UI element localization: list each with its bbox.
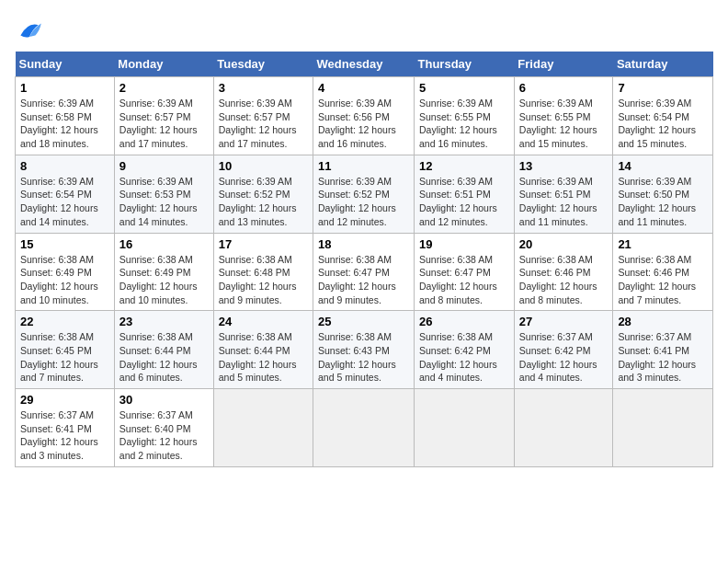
day-info: Sunrise: 6:38 AMSunset: 6:46 PMDaylight:… (618, 253, 708, 307)
day-cell: 16Sunrise: 6:38 AMSunset: 6:49 PMDayligh… (114, 233, 213, 311)
day-number: 19 (419, 237, 509, 251)
day-number: 1 (20, 81, 109, 95)
day-info: Sunrise: 6:39 AMSunset: 6:54 PMDaylight:… (20, 175, 109, 229)
day-info: Sunrise: 6:38 AMSunset: 6:45 PMDaylight:… (20, 330, 109, 385)
day-info: Sunrise: 6:39 AMSunset: 6:58 PMDaylight:… (20, 97, 109, 151)
day-header-sunday: Sunday (16, 52, 115, 77)
day-info: Sunrise: 6:39 AMSunset: 6:55 PMDaylight:… (519, 97, 609, 151)
day-number: 6 (519, 81, 609, 95)
logo (15, 15, 48, 44)
day-info: Sunrise: 6:37 AMSunset: 6:41 PMDaylight:… (20, 408, 109, 463)
day-cell: 18Sunrise: 6:38 AMSunset: 6:47 PMDayligh… (313, 233, 415, 311)
day-number: 20 (519, 237, 609, 251)
day-cell: 8Sunrise: 6:39 AMSunset: 6:54 PMDaylight… (16, 155, 115, 233)
day-number: 4 (318, 81, 409, 95)
day-cell: 27Sunrise: 6:37 AMSunset: 6:42 PMDayligh… (514, 311, 613, 389)
day-number: 24 (219, 315, 308, 328)
day-cell: 7Sunrise: 6:39 AMSunset: 6:54 PMDaylight… (613, 77, 713, 155)
day-cell: 13Sunrise: 6:39 AMSunset: 6:51 PMDayligh… (514, 155, 613, 233)
day-cell (514, 389, 613, 467)
day-info: Sunrise: 6:39 AMSunset: 6:55 PMDaylight:… (419, 97, 509, 151)
day-header-monday: Monday (114, 52, 213, 77)
day-number: 7 (618, 81, 708, 95)
day-cell: 28Sunrise: 6:37 AMSunset: 6:41 PMDayligh… (613, 311, 713, 389)
day-info: Sunrise: 6:39 AMSunset: 6:57 PMDaylight:… (219, 97, 308, 151)
day-number: 16 (119, 237, 209, 251)
day-info: Sunrise: 6:38 AMSunset: 6:47 PMDaylight:… (318, 253, 409, 307)
day-number: 8 (20, 159, 109, 173)
day-header-friday: Friday (514, 52, 613, 77)
day-cell: 26Sunrise: 6:38 AMSunset: 6:42 PMDayligh… (415, 311, 515, 389)
day-header-wednesday: Wednesday (313, 52, 415, 77)
day-number: 9 (119, 159, 209, 173)
week-row-4: 22Sunrise: 6:38 AMSunset: 6:45 PMDayligh… (16, 311, 713, 389)
week-row-1: 1Sunrise: 6:39 AMSunset: 6:58 PMDaylight… (16, 77, 713, 155)
day-cell: 6Sunrise: 6:39 AMSunset: 6:55 PMDaylight… (514, 77, 613, 155)
day-info: Sunrise: 6:38 AMSunset: 6:43 PMDaylight:… (318, 330, 409, 385)
day-header-tuesday: Tuesday (213, 52, 313, 77)
day-info: Sunrise: 6:38 AMSunset: 6:44 PMDaylight:… (119, 330, 209, 385)
day-number: 23 (119, 315, 209, 328)
day-header-saturday: Saturday (613, 52, 713, 77)
day-cell (213, 389, 313, 467)
day-header-thursday: Thursday (415, 52, 515, 77)
day-info: Sunrise: 6:39 AMSunset: 6:52 PMDaylight:… (219, 175, 308, 229)
day-cell: 22Sunrise: 6:38 AMSunset: 6:45 PMDayligh… (16, 311, 115, 389)
day-number: 22 (20, 315, 109, 328)
day-info: Sunrise: 6:38 AMSunset: 6:47 PMDaylight:… (419, 253, 509, 307)
day-number: 11 (318, 159, 409, 173)
day-cell: 23Sunrise: 6:38 AMSunset: 6:44 PMDayligh… (114, 311, 213, 389)
day-cell: 10Sunrise: 6:39 AMSunset: 6:52 PMDayligh… (213, 155, 313, 233)
day-number: 18 (318, 237, 409, 251)
day-cell (613, 389, 713, 467)
day-info: Sunrise: 6:38 AMSunset: 6:42 PMDaylight:… (419, 330, 509, 385)
day-cell (313, 389, 415, 467)
day-info: Sunrise: 6:37 AMSunset: 6:41 PMDaylight:… (618, 330, 708, 385)
day-cell: 11Sunrise: 6:39 AMSunset: 6:52 PMDayligh… (313, 155, 415, 233)
day-info: Sunrise: 6:38 AMSunset: 6:46 PMDaylight:… (519, 253, 609, 307)
day-info: Sunrise: 6:39 AMSunset: 6:50 PMDaylight:… (618, 175, 708, 229)
day-number: 5 (419, 81, 509, 95)
day-cell (415, 389, 515, 467)
day-number: 13 (519, 159, 609, 173)
day-number: 26 (419, 315, 509, 328)
day-cell: 1Sunrise: 6:39 AMSunset: 6:58 PMDaylight… (16, 77, 115, 155)
day-number: 27 (519, 315, 609, 328)
day-number: 29 (20, 393, 109, 407)
day-info: Sunrise: 6:39 AMSunset: 6:57 PMDaylight:… (119, 97, 209, 151)
page-header (15, 15, 713, 44)
day-info: Sunrise: 6:37 AMSunset: 6:42 PMDaylight:… (519, 330, 609, 385)
day-info: Sunrise: 6:39 AMSunset: 6:56 PMDaylight:… (318, 97, 409, 151)
day-cell: 25Sunrise: 6:38 AMSunset: 6:43 PMDayligh… (313, 311, 415, 389)
day-cell: 21Sunrise: 6:38 AMSunset: 6:46 PMDayligh… (613, 233, 713, 311)
calendar-table: SundayMondayTuesdayWednesdayThursdayFrid… (15, 52, 713, 467)
day-number: 28 (618, 315, 708, 328)
day-cell: 14Sunrise: 6:39 AMSunset: 6:50 PMDayligh… (613, 155, 713, 233)
day-number: 12 (419, 159, 509, 173)
day-cell: 5Sunrise: 6:39 AMSunset: 6:55 PMDaylight… (415, 77, 515, 155)
day-cell: 9Sunrise: 6:39 AMSunset: 6:53 PMDaylight… (114, 155, 213, 233)
day-cell: 2Sunrise: 6:39 AMSunset: 6:57 PMDaylight… (114, 77, 213, 155)
day-info: Sunrise: 6:39 AMSunset: 6:53 PMDaylight:… (119, 175, 209, 229)
day-cell: 19Sunrise: 6:38 AMSunset: 6:47 PMDayligh… (415, 233, 515, 311)
day-info: Sunrise: 6:39 AMSunset: 6:51 PMDaylight:… (419, 175, 509, 229)
day-number: 25 (318, 315, 409, 328)
day-number: 10 (219, 159, 308, 173)
week-row-5: 29Sunrise: 6:37 AMSunset: 6:41 PMDayligh… (16, 389, 713, 467)
day-info: Sunrise: 6:39 AMSunset: 6:54 PMDaylight:… (618, 97, 708, 151)
day-cell: 24Sunrise: 6:38 AMSunset: 6:44 PMDayligh… (213, 311, 313, 389)
day-info: Sunrise: 6:39 AMSunset: 6:52 PMDaylight:… (318, 175, 409, 229)
day-info: Sunrise: 6:38 AMSunset: 6:49 PMDaylight:… (119, 253, 209, 307)
day-info: Sunrise: 6:38 AMSunset: 6:49 PMDaylight:… (20, 253, 109, 307)
day-info: Sunrise: 6:38 AMSunset: 6:48 PMDaylight:… (219, 253, 308, 307)
day-number: 3 (219, 81, 308, 95)
day-number: 17 (219, 237, 308, 251)
day-number: 14 (618, 159, 708, 173)
calendar-header-row: SundayMondayTuesdayWednesdayThursdayFrid… (16, 52, 713, 77)
week-row-2: 8Sunrise: 6:39 AMSunset: 6:54 PMDaylight… (16, 155, 713, 233)
day-cell: 3Sunrise: 6:39 AMSunset: 6:57 PMDaylight… (213, 77, 313, 155)
day-info: Sunrise: 6:38 AMSunset: 6:44 PMDaylight:… (219, 330, 308, 385)
day-cell: 15Sunrise: 6:38 AMSunset: 6:49 PMDayligh… (16, 233, 115, 311)
day-number: 30 (119, 393, 209, 407)
day-number: 21 (618, 237, 708, 251)
